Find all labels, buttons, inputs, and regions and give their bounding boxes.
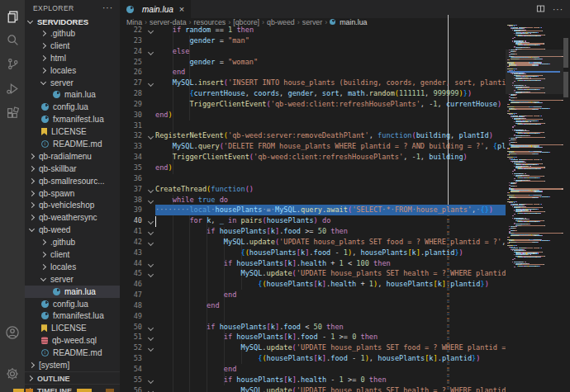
tree-item-client[interactable]: client bbox=[25, 248, 120, 261]
code-line-34[interactable]: 34 TriggerClientEvent('qb-weed:client:re… bbox=[120, 152, 506, 163]
tab-main-lua[interactable]: main.lua × bbox=[120, 0, 191, 18]
tree-item-qb-spawn[interactable]: qb-spawn bbox=[25, 187, 120, 200]
code-line-29[interactable]: 29 TriggerClientEvent('qb-weed:client:re… bbox=[120, 99, 506, 110]
tree-item-system[interactable]: [system] bbox=[25, 359, 120, 371]
code-line-37[interactable]: 37CreateThread(function() bbox=[120, 184, 506, 195]
code-line-24[interactable]: 24 else bbox=[120, 46, 506, 57]
fold-chevron-icon[interactable] bbox=[142, 130, 155, 141]
fold-chevron-icon[interactable] bbox=[142, 195, 155, 205]
code-line-35[interactable]: 35end) bbox=[120, 163, 506, 173]
code-line-56[interactable]: 56 MySQL.update('UPDATE house_plants SET… bbox=[120, 385, 506, 392]
sidebar-more-icon[interactable]: ··· bbox=[102, 3, 120, 12]
fold-chevron-icon[interactable] bbox=[142, 322, 155, 333]
tree-item-.github[interactable]: .github bbox=[25, 27, 120, 40]
settings-gear-icon[interactable] bbox=[0, 361, 25, 386]
fold-chevron-icon[interactable] bbox=[142, 215, 155, 226]
tree-item-qb-weed[interactable]: qb-weed bbox=[25, 224, 120, 236]
workspace-section-header[interactable]: SERVIDORES bbox=[25, 16, 120, 27]
split-editor-icon[interactable] bbox=[536, 2, 545, 17]
fold-chevron-icon[interactable] bbox=[142, 375, 155, 385]
minimap-slider[interactable] bbox=[506, 50, 563, 94]
code-line-40[interactable]: 40 for k, _ in pairs(housePlants) do bbox=[120, 215, 506, 226]
tree-item-qb-vehicleshop[interactable]: qb-vehicleshop bbox=[25, 199, 120, 211]
tree-item-qb-radialmenu[interactable]: qb-radialmenu bbox=[25, 150, 120, 163]
tree-item-fxmanifest.lua[interactable]: fxmanifest.lua bbox=[25, 113, 120, 125]
code-line-49[interactable]: 49 bbox=[120, 311, 506, 322]
run-debug-icon[interactable] bbox=[0, 76, 25, 101]
fold-chevron-icon[interactable] bbox=[142, 385, 155, 392]
code-line-31[interactable]: 31 bbox=[120, 120, 506, 131]
tree-item-.github[interactable]: .github bbox=[25, 236, 120, 248]
code-line-50[interactable]: 50 if housePlants[k].food < 50 then bbox=[120, 322, 506, 333]
code-line-26[interactable]: 26 end bbox=[120, 67, 506, 78]
code-line-32[interactable]: 32RegisterNetEvent('qb-weed:server:remov… bbox=[120, 130, 506, 141]
explorer-icon[interactable] bbox=[0, 4, 25, 29]
code-text bbox=[155, 173, 506, 184]
code-area[interactable]: 22 if random == 1 then23 gender = "man"2… bbox=[120, 25, 506, 392]
tree-item-qb-weathersync[interactable]: qb-weathersync bbox=[25, 211, 120, 224]
code-line-48[interactable]: 48 end bbox=[120, 300, 506, 311]
tree-item-LICENSE[interactable]: LICENSE bbox=[25, 125, 120, 138]
code-line-28[interactable]: 28 {currentHouse, coords, gender, sort, … bbox=[120, 88, 506, 99]
fold-chevron-icon[interactable] bbox=[142, 78, 155, 88]
fold-chevron-icon[interactable] bbox=[142, 237, 155, 248]
outline-section-header[interactable]: OUTLINE bbox=[25, 371, 120, 385]
tree-item-client[interactable]: client bbox=[25, 40, 120, 52]
tree-item-config.lua[interactable]: config.lua bbox=[25, 298, 120, 310]
code-line-47[interactable]: 47 end bbox=[120, 290, 506, 300]
code-line-44[interactable]: 44 if housePlants[k].health + 1 < 100 th… bbox=[120, 258, 506, 269]
fold-chevron-icon[interactable] bbox=[142, 268, 155, 279]
close-icon[interactable]: × bbox=[179, 5, 184, 13]
code-line-46[interactable]: 46 {(housePlants[k].health + 1), housePl… bbox=[120, 279, 506, 290]
scrollbar-thumb[interactable] bbox=[563, 72, 568, 97]
code-line-27[interactable]: 27 MySQL.insert('INSERT INTO house_plant… bbox=[120, 78, 506, 88]
tree-item-README.md[interactable]: README.md bbox=[25, 347, 120, 359]
fold-chevron-icon[interactable] bbox=[142, 46, 155, 57]
code-line-51[interactable]: 51 if housePlants[k].food - 1 >= 0 then bbox=[120, 332, 506, 342]
tree-item-qb-weed.sql[interactable]: qb-weed.sql bbox=[25, 334, 120, 347]
tree-item-config.lua[interactable]: config.lua bbox=[25, 101, 120, 113]
account-icon[interactable] bbox=[0, 320, 25, 345]
tree-item-html[interactable]: html bbox=[25, 52, 120, 64]
tree-item-README.md[interactable]: README.md bbox=[25, 138, 120, 150]
code-line-23[interactable]: 23 gender = "man" bbox=[120, 35, 506, 46]
code-line-43[interactable]: 43 {(housePlants[k].food - 1), housePlan… bbox=[120, 248, 506, 258]
tree-item-locales[interactable]: locales bbox=[25, 64, 120, 77]
fold-chevron-icon[interactable] bbox=[142, 25, 155, 35]
code-line-22[interactable]: 22 if random == 1 then bbox=[120, 25, 506, 35]
tree-item-fxmanifest.lua[interactable]: fxmanifest.lua bbox=[25, 309, 120, 322]
code-line-39[interactable]: 39········local·housePlants·=·MySQL.quer… bbox=[120, 205, 506, 215]
code-line-53[interactable]: 53 {(housePlants[k].food - 1), housePlan… bbox=[120, 353, 506, 364]
tree-item-qb-smallresourc...[interactable]: qb-smallresourc... bbox=[25, 175, 120, 187]
tree-item-qb-skillbar[interactable]: qb-skillbar bbox=[25, 163, 120, 175]
search-icon[interactable] bbox=[0, 27, 25, 52]
fold-chevron-icon[interactable] bbox=[142, 184, 155, 195]
tree-item-server[interactable]: server bbox=[25, 77, 120, 89]
code-line-36[interactable]: 36 bbox=[120, 173, 506, 184]
code-line-52[interactable]: 52 MySQL.update('UPDATE house_plants SET… bbox=[120, 342, 506, 353]
fold-chevron-icon[interactable] bbox=[142, 258, 155, 269]
fold-chevron-icon[interactable] bbox=[142, 332, 155, 342]
tree-item-main.lua[interactable]: main.lua bbox=[25, 88, 120, 101]
chevron-right-icon bbox=[40, 252, 46, 257]
code-line-45[interactable]: 45 MySQL.update('UPDATE house_plants SET… bbox=[120, 268, 506, 279]
code-line-42[interactable]: 42 MySQL.update('UPDATE house_plants SET… bbox=[120, 237, 506, 248]
fold-chevron-icon[interactable] bbox=[142, 226, 155, 237]
code-line-41[interactable]: 41 if housePlants[k].food >= 50 then bbox=[120, 226, 506, 237]
tree-item-LICENSE[interactable]: LICENSE bbox=[25, 322, 120, 334]
code-line-33[interactable]: 33 MySQL.query('DELETE FROM house_plants… bbox=[120, 141, 506, 152]
extensions-icon[interactable] bbox=[0, 101, 25, 125]
tree-item-main.lua[interactable]: main.lua bbox=[25, 286, 120, 298]
source-control-icon[interactable] bbox=[0, 51, 25, 76]
code-line-55[interactable]: 55 if housePlants[k].health - 1 >= 0 the… bbox=[120, 375, 506, 385]
tree-item-locales[interactable]: locales bbox=[25, 261, 120, 273]
code-line-54[interactable]: 54 end bbox=[120, 364, 506, 375]
lua-file-icon bbox=[330, 19, 335, 25]
tree-item-server[interactable]: server bbox=[25, 273, 120, 286]
fold-chevron-icon[interactable] bbox=[142, 342, 155, 353]
code-line-38[interactable]: 38 while true do bbox=[120, 195, 506, 205]
more-actions-icon[interactable]: ··· bbox=[553, 5, 563, 14]
code-line-30[interactable]: 30end) bbox=[120, 110, 506, 120]
code-line-25[interactable]: 25 gender = "woman" bbox=[120, 57, 506, 68]
scrollbar-thumb[interactable] bbox=[563, 38, 568, 68]
